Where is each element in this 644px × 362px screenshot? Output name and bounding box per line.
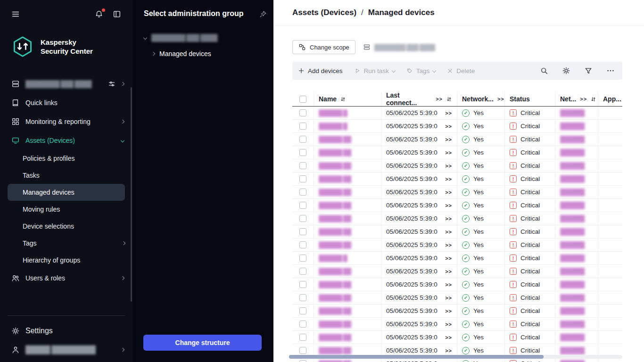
sidebar-item-account[interactable]: █████ █████████ [0,340,132,359]
expand-cell-link[interactable]: >> [445,123,452,129]
scope-server-chip[interactable]: ████████ ███ ████ [363,43,435,51]
table-row[interactable]: ██████ ██ 05/06/2025 5:39:0 >> ✓ Yes ! C… [292,146,622,159]
table-row[interactable]: ██████ ██ 05/06/2025 5:39:0 >> ✓ Yes ! C… [292,159,622,173]
row-checkbox[interactable] [299,255,306,262]
device-name-redacted[interactable]: ██████ ██ [319,215,351,222]
expand-cell-link[interactable]: >> [445,242,452,248]
device-name-redacted[interactable]: ██████ ██ [319,268,351,275]
device-name-redacted[interactable]: ██████ █ [319,123,347,130]
run-task-button[interactable]: Run task [354,67,395,74]
horizontal-scrollbar-thumb[interactable] [289,355,544,359]
device-name-redacted[interactable]: ██████ ██ [319,175,351,182]
expand-cell-link[interactable]: >> [445,348,452,354]
table-row[interactable]: ██████ █ 05/06/2025 5:39:0 >> ✓ Yes ! Cr… [292,120,622,133]
change-scope-button[interactable]: Change scope [292,40,355,54]
sidebar-scrollbar[interactable] [131,87,132,302]
table-row[interactable]: ██████ ██ 05/06/2025 5:39:0 >> ✓ Yes ! C… [292,265,622,278]
row-checkbox[interactable] [299,360,306,362]
sort-icon[interactable] [340,96,346,102]
row-checkbox[interactable] [299,281,306,288]
tree-node-managed-devices[interactable]: Managed devices [132,45,273,62]
table-row[interactable]: ██████ ██ 05/06/2025 5:39:0 >> ✓ Yes ! C… [292,291,622,304]
table-row[interactable]: ██████ ██ 05/06/2025 5:39:0 >> ✓ Yes ! C… [292,186,622,199]
row-checkbox[interactable] [299,123,306,130]
expand-cell-link[interactable]: >> [445,335,452,340]
delete-button[interactable]: Delete [447,67,475,74]
row-checkbox[interactable] [299,294,306,301]
table-row[interactable]: ██████ ██ 05/06/2025 5:39:0 >> ✓ Yes ! C… [292,225,622,239]
row-checkbox[interactable] [299,321,306,328]
chevron-down-icon[interactable] [143,36,147,40]
sort-icon[interactable] [446,96,452,102]
expand-cell-link[interactable]: >> [445,110,452,116]
column-header-name[interactable]: Name [319,95,337,103]
sidebar-item-server[interactable]: ████████ ███ ████ [0,74,132,93]
sidebar-item-managed-devices[interactable]: Managed devices [8,184,125,201]
sliders-icon[interactable] [108,80,116,88]
row-checkbox[interactable] [299,109,306,116]
device-name-redacted[interactable]: ██████ ██ [319,162,351,169]
row-checkbox[interactable] [299,334,306,341]
row-checkbox[interactable] [299,202,306,209]
sidebar-item-hierarchy[interactable]: Hierarchy of groups [8,252,125,269]
expand-cell-link[interactable]: >> [445,229,452,235]
device-name-redacted[interactable]: ██████ ██ [319,307,351,314]
table-row[interactable]: ██████ ██ 05/06/2025 5:39:0 >> ✓ Yes ! C… [292,278,622,291]
table-row[interactable]: ██████ ██ 05/06/2025 5:39:0 >> ✓ Yes ! C… [292,199,622,212]
expand-cell-link[interactable]: >> [445,295,452,301]
gear-icon[interactable] [561,66,571,76]
device-name-redacted[interactable]: ██████ ██ [319,202,351,209]
change-structure-button[interactable]: Change structure [143,335,262,351]
device-name-redacted[interactable]: ██████ █ [319,255,347,262]
column-header-last-connected[interactable]: Last connect... [386,92,432,106]
table-row[interactable]: ██████ ██ 05/06/2025 5:39:0 >> ✓ Yes ! C… [292,318,622,331]
row-checkbox[interactable] [299,307,306,314]
device-name-redacted[interactable]: ██████ ██ [319,360,351,362]
sidebar-item-policies[interactable]: Policies & profiles [8,150,125,167]
device-name-redacted[interactable]: ██████ ██ [319,228,351,235]
row-checkbox[interactable] [299,149,306,156]
filter-icon[interactable] [583,66,594,76]
table-row[interactable]: ██████ ██ 05/06/2025 5:39:0 >> ✓ Yes ! C… [292,133,622,146]
row-checkbox[interactable] [299,189,306,196]
table-row[interactable]: ██████ ██ 05/06/2025 5:39:0 >> ✓ Yes ! C… [292,331,622,344]
device-name-redacted[interactable]: ██████ ██ [319,294,351,301]
side-panel-icon[interactable] [112,9,122,19]
row-checkbox[interactable] [299,241,306,248]
table-row[interactable]: ██████ ██ 05/06/2025 5:39:0 >> ✓ Yes ! C… [292,173,622,186]
expand-cell-link[interactable]: >> [445,308,452,314]
expand-cell-link[interactable]: >> [445,203,452,208]
search-icon[interactable] [539,66,549,76]
device-name-redacted[interactable]: ██████ ██ [319,334,351,341]
device-name-redacted[interactable]: ██████ ██ [319,347,351,354]
device-name-redacted[interactable]: ██████ ██ [319,136,351,143]
sidebar-item-settings[interactable]: Settings [0,321,132,340]
device-name-redacted[interactable]: ██████ ██ [319,189,351,196]
device-name-redacted[interactable]: ██████ ██ [319,321,351,328]
expand-cell-link[interactable]: >> [445,321,452,327]
sidebar-item-moving-rules[interactable]: Moving rules [8,201,125,218]
expand-cell-link[interactable]: >> [445,189,452,195]
sidebar-item-tags[interactable]: Tags [8,235,125,252]
expand-cell-link[interactable]: >> [445,282,452,288]
sidebar-item-device-selections[interactable]: Device selections [8,218,125,235]
expand-cell-link[interactable]: >> [445,163,452,169]
chevron-right-icon[interactable] [151,52,155,56]
tree-node-root[interactable]: ████████ ███ ████ [132,30,273,45]
row-checkbox[interactable] [299,268,306,275]
sidebar-item-users-roles[interactable]: Users & roles [0,269,132,288]
column-expand-link[interactable]: >> [497,96,504,102]
row-checkbox[interactable] [299,136,306,143]
sort-icon[interactable] [590,96,596,102]
expand-cell-link[interactable]: >> [445,216,452,222]
pin-icon[interactable] [259,10,267,18]
expand-cell-link[interactable]: >> [445,137,452,142]
column-expand-link[interactable]: >> [436,96,443,102]
more-options-icon[interactable] [605,66,616,76]
tags-button[interactable]: Tags [406,67,436,74]
hamburger-menu-button[interactable] [10,9,21,19]
device-name-redacted[interactable]: ██████ ██ [319,149,351,156]
device-name-redacted[interactable]: ██████ ██ [319,281,351,288]
row-checkbox[interactable] [299,228,306,235]
column-expand-link[interactable]: >> [580,96,587,102]
